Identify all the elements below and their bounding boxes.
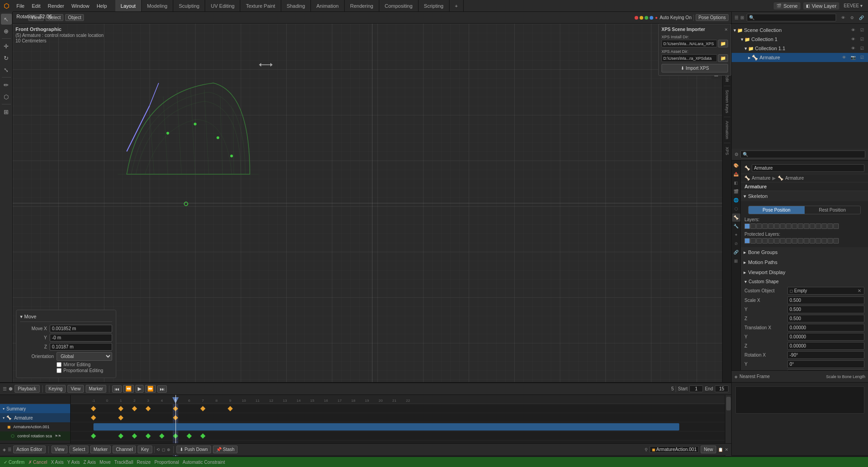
tab-animation[interactable]: Animation	[311, 0, 345, 11]
layer-dot-3[interactable]	[756, 223, 762, 229]
tree-exclude-btn-4[interactable]: ☑	[858, 53, 866, 62]
props-render-btn[interactable]: 🎨	[732, 161, 740, 170]
ae-new-btn[interactable]: New	[701, 446, 716, 453]
strip-screenkeys-btn[interactable]: Screen Keys	[724, 86, 730, 117]
tl-armature-row[interactable]: ▾ 🦴 Armature	[0, 413, 70, 422]
strip-animation-btn[interactable]: Animation	[724, 117, 730, 143]
kf-ctrl-1[interactable]	[118, 433, 123, 438]
tree-render-btn-4[interactable]: 📷	[849, 53, 857, 62]
kf-arm-0[interactable]	[91, 415, 96, 420]
viewport-object-menu[interactable]: Object	[65, 14, 84, 21]
kf-summary-2[interactable]	[132, 406, 137, 411]
layer-dot-5[interactable]	[768, 223, 774, 229]
prev-keyframe-btn[interactable]: ⏪	[123, 385, 134, 393]
prot-layer-dot-13[interactable]	[816, 238, 821, 244]
tab-rendering[interactable]: Rendering	[345, 0, 379, 11]
scale-x-input[interactable]	[787, 296, 864, 304]
pose-position-btn[interactable]: Pose Position	[749, 206, 805, 214]
kf-ctrl-7[interactable]	[200, 433, 205, 438]
tl-track-nla[interactable]	[71, 422, 725, 431]
xps-close-btn[interactable]: ✕	[724, 27, 728, 32]
props-particles-btn[interactable]: ✦	[732, 231, 740, 239]
menu-file[interactable]: File	[13, 0, 28, 11]
tree-visibility-btn-4[interactable]: 👁	[840, 53, 848, 62]
tree-exclude-btn-3[interactable]: ☑	[858, 44, 866, 52]
prot-layer-dot-7[interactable]	[780, 238, 785, 244]
outliner-search[interactable]	[747, 14, 836, 21]
tab-texture-paint[interactable]: Texture Paint	[240, 0, 281, 11]
prot-layer-dot-8[interactable]	[786, 238, 791, 244]
tree-armature[interactable]: ▸ 🦴 Armature 👁 📷 ☑	[732, 53, 868, 62]
ae-view-btn[interactable]: View	[52, 446, 68, 453]
scale-tool-btn[interactable]: ⤡	[1, 64, 12, 75]
viewport-display-header[interactable]: ▸ Viewport Display	[741, 267, 868, 277]
layer-dot-13[interactable]	[816, 223, 821, 229]
kf-summary-3[interactable]	[145, 406, 150, 411]
mirror-editing-check[interactable]	[57, 362, 62, 367]
prot-layer-dot-14[interactable]	[822, 238, 827, 244]
layer-dot-16[interactable]	[833, 223, 839, 229]
jump-start-btn[interactable]: ⏮	[112, 385, 122, 393]
tab-modeling[interactable]: Modeling	[142, 0, 174, 11]
tree-scene-collection[interactable]: ▾ 📁 Scene Collection 👁 ☑	[732, 26, 868, 35]
tab-scripting[interactable]: Scripting	[418, 0, 450, 11]
prot-layer-dot-4[interactable]	[762, 238, 768, 244]
move-z-input[interactable]	[50, 343, 112, 351]
layer-dot-8[interactable]	[786, 223, 791, 229]
main-viewport[interactable]: View Select Object ● Auto Keying On Pose…	[13, 12, 731, 382]
kf-ctrl-6[interactable]	[186, 433, 191, 438]
layer-dot-7[interactable]	[780, 223, 785, 229]
push-down-btn[interactable]: ⬇ Push Down	[176, 446, 211, 453]
props-physics-btn[interactable]: ⊘	[732, 239, 740, 248]
prot-layer-dot-12[interactable]	[810, 238, 815, 244]
layer-dot-14[interactable]	[822, 223, 827, 229]
tl-control-row[interactable]: ⬡ control rotation sca ⚑⚑	[0, 431, 70, 441]
layer-dot-2[interactable]	[750, 223, 756, 229]
prot-layer-dot-16[interactable]	[833, 238, 839, 244]
layer-dot-6[interactable]	[774, 223, 780, 229]
engine-selector[interactable]: EEVEE ▾	[842, 0, 864, 11]
end-frame-input[interactable]	[715, 385, 728, 392]
cursor-tool-btn[interactable]: ⊕	[1, 26, 12, 36]
move-y-input[interactable]	[50, 334, 112, 342]
props-data-btn[interactable]: ▦	[732, 257, 740, 265]
ae-channel-btn[interactable]: Channel	[113, 446, 136, 453]
tab-shading[interactable]: Shading	[281, 0, 311, 11]
misc-tool-btn[interactable]: ⬡	[1, 91, 12, 102]
next-keyframe-btn[interactable]: ⏩	[145, 385, 156, 393]
tree-visibility-btn-2[interactable]: 👁	[849, 35, 857, 43]
ae-marker-btn[interactable]: Marker	[90, 446, 111, 453]
tl-armature-action-row[interactable]: ◼ ArmatureAction.001	[0, 422, 70, 431]
kf-summary-1[interactable]	[118, 406, 123, 411]
blender-logo[interactable]: ⬡	[0, 0, 13, 12]
prot-layer-dot-10[interactable]	[798, 238, 803, 244]
motion-paths-header[interactable]: ▸ Motion Paths	[741, 257, 868, 267]
menu-window[interactable]: Window	[68, 0, 93, 11]
stash-btn[interactable]: 📌 Stash	[213, 446, 238, 453]
scale-y-input[interactable]	[787, 306, 864, 313]
props-constraints-btn[interactable]: 🔗	[732, 248, 740, 256]
menu-render[interactable]: Render	[44, 0, 68, 11]
rot-y-input[interactable]	[787, 360, 864, 368]
skeleton-section-header[interactable]: ▾ Skeleton	[741, 191, 868, 201]
kf-summary-7[interactable]	[200, 406, 205, 411]
layer-dot-1[interactable]	[744, 223, 750, 229]
tree-visibility-btn-3[interactable]: 👁	[849, 44, 857, 52]
paint-tool-btn[interactable]: ✏	[1, 79, 12, 90]
tl-track-armature[interactable]	[71, 413, 725, 422]
layer-dot-10[interactable]	[798, 223, 803, 229]
jump-end-btn[interactable]: ⏭	[157, 385, 167, 393]
rest-position-btn[interactable]: Rest Position	[805, 206, 861, 214]
tab-compositing[interactable]: Compositing	[379, 0, 418, 11]
xps-asset-browse[interactable]: 📁	[718, 54, 728, 62]
orientation-select[interactable]: Global Local Normal	[57, 352, 112, 361]
kf-arm-1[interactable]	[118, 415, 123, 420]
props-scene-btn[interactable]: 🎬	[732, 187, 740, 196]
prot-layer-dot-2[interactable]	[750, 238, 756, 244]
prot-layer-dot-9[interactable]	[792, 238, 797, 244]
action-editor-label-btn[interactable]: Action Editor	[13, 446, 46, 453]
arm-name-input[interactable]	[752, 164, 864, 172]
prot-layer-dot-3[interactable]	[756, 238, 762, 244]
play-btn[interactable]: ▶	[135, 385, 144, 393]
tree-exclude-btn-1[interactable]: ☑	[858, 26, 866, 34]
